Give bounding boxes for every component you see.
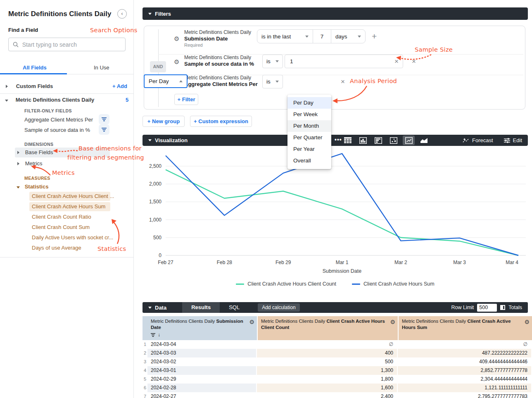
- collapse-caret-icon[interactable]: [5, 100, 8, 102]
- table-row[interactable]: 1 2024-03-04 ∅ ∅: [142, 340, 532, 349]
- column-gear-icon[interactable]: ⚙: [524, 319, 530, 325]
- remove-filter-icon[interactable]: ×: [412, 58, 416, 65]
- cell-count[interactable]: ∅: [257, 340, 398, 349]
- filter-value-input[interactable]: ×: [285, 55, 403, 68]
- dimension-group-base-fields[interactable]: Base Fields: [17, 149, 53, 155]
- cell-count[interactable]: 1,800: [257, 375, 398, 384]
- search-input[interactable]: [22, 41, 121, 48]
- clear-value-icon[interactable]: ×: [394, 58, 399, 65]
- cell-date[interactable]: 2024-03-04: [147, 340, 257, 349]
- cell-date[interactable]: 2024-02-29: [147, 375, 257, 384]
- collapse-caret-icon[interactable]: [17, 186, 20, 188]
- bar-chart-viz-icon[interactable]: [372, 136, 384, 145]
- cell-count[interactable]: 1,600: [257, 384, 398, 392]
- filter-unit-select[interactable]: days: [331, 30, 365, 43]
- cell-count[interactable]: 500: [257, 357, 398, 366]
- column-header-sum[interactable]: Metric Definitions Clients Daily Client …: [398, 316, 532, 340]
- add-calculation-button[interactable]: Add calculation: [258, 303, 299, 312]
- legend-item-client-count[interactable]: Client Crash Active Hours Client Count: [236, 281, 336, 287]
- menu-option-per-day[interactable]: Per Day: [287, 97, 331, 109]
- filter-number-input[interactable]: 7: [313, 30, 331, 43]
- custom-expression-button[interactable]: + Custom expression: [190, 116, 252, 127]
- cell-date[interactable]: 2024-03-02: [147, 357, 257, 366]
- table-row[interactable]: 6 2024-02-28 1,600 1,121.111111111111: [142, 384, 532, 392]
- cell-sum[interactable]: 487.2222222222222: [398, 349, 532, 357]
- cell-count[interactable]: 1,300: [257, 366, 398, 375]
- cell-count[interactable]: 400: [257, 349, 398, 357]
- table-row[interactable]: 2 2024-03-03 400 487.2222222222222: [142, 349, 532, 357]
- table-viz-icon[interactable]: [342, 136, 354, 145]
- cell-sum[interactable]: 1,121.111111111111: [398, 384, 532, 392]
- table-row[interactable]: 4 2024-03-01 1,300 2,852.777777777778: [142, 366, 532, 375]
- dimension-group-metrics[interactable]: Metrics: [17, 160, 43, 167]
- scatter-viz-icon[interactable]: [387, 136, 399, 145]
- menu-option-per-week[interactable]: Per Week: [287, 109, 331, 120]
- cell-sum[interactable]: ∅: [398, 340, 532, 349]
- table-row[interactable]: 3 2024-03-02 500 409.44444444444446: [142, 357, 532, 366]
- totals-checkbox[interactable]: [500, 305, 505, 310]
- menu-option-per-quarter[interactable]: Per Quarter: [287, 132, 331, 143]
- view-group-row[interactable]: Metric Definitions Clients Daily: [5, 97, 94, 103]
- cell-sum[interactable]: 2,304.444444444444: [398, 375, 532, 384]
- filter-operator-select[interactable]: is: [262, 55, 283, 68]
- collapse-sidebar-icon[interactable]: ‹: [117, 9, 127, 19]
- add-filter-value-icon[interactable]: +: [372, 31, 377, 41]
- filters-section-bar[interactable]: Filters: [142, 7, 528, 20]
- row-limit-input[interactable]: [477, 304, 497, 312]
- measure-client-crash-active-hours-sum[interactable]: Client Crash Active Hours Sum: [32, 203, 105, 210]
- menu-option-per-year[interactable]: Per Year: [287, 143, 331, 155]
- section-collapse-caret-icon[interactable]: [148, 139, 152, 141]
- section-collapse-caret-icon[interactable]: [148, 307, 152, 309]
- column-gear-icon[interactable]: ⚙: [390, 319, 395, 325]
- field-aggregate-client-metrics-per[interactable]: Aggregate Client Metrics Per: [24, 117, 93, 123]
- area-chart-viz-icon[interactable]: [418, 136, 430, 145]
- sort-indicator[interactable]: ↓: [151, 332, 247, 338]
- measure-days-of-use-average[interactable]: Days of use Average: [32, 245, 81, 251]
- line-chart-viz-icon-selected[interactable]: [403, 136, 415, 145]
- column-header-client-count[interactable]: Metric Definitions Clients Daily Client …: [257, 316, 398, 340]
- menu-option-overall[interactable]: Overall: [287, 155, 331, 167]
- add-filter-button[interactable]: + Filter: [174, 94, 198, 105]
- search-options-link[interactable]: Search Options: [90, 27, 104, 33]
- and-operator-badge[interactable]: AND: [150, 61, 166, 72]
- cell-date[interactable]: 2024-02-27: [147, 392, 257, 398]
- cell-date[interactable]: 2024-03-03: [147, 349, 257, 357]
- forecast-button[interactable]: Forecast: [463, 137, 493, 143]
- field-sample-of-source-data[interactable]: Sample of source data in %: [24, 127, 90, 133]
- cell-date[interactable]: 2024-03-01: [147, 366, 257, 375]
- cell-date[interactable]: 2024-02-28: [147, 384, 257, 392]
- more-viz-types-icon[interactable]: •••: [335, 136, 342, 143]
- expand-caret-icon[interactable]: [17, 151, 19, 154]
- filter-operator-select[interactable]: is: [262, 75, 283, 88]
- measure-client-crash-count-ratio[interactable]: Client Crash Count Ratio: [32, 214, 91, 220]
- tab-in-use[interactable]: In Use: [94, 64, 109, 71]
- visualization-section-bar[interactable]: Visualization ••• F: [142, 135, 528, 146]
- data-section-bar[interactable]: Data Results SQL Add calculation Row Lim…: [142, 302, 528, 313]
- filter-button[interactable]: [99, 124, 109, 135]
- aggregate-period-select-open[interactable]: Per Day: [144, 74, 188, 88]
- cell-count[interactable]: 2,400: [257, 392, 398, 398]
- remove-filter-icon[interactable]: ×: [341, 78, 345, 85]
- column-gear-icon[interactable]: ⚙: [249, 319, 254, 325]
- measure-group-statistics[interactable]: Statistics: [17, 184, 48, 190]
- filter-operator-select[interactable]: is in the last: [257, 30, 313, 43]
- add-custom-field-button[interactable]: + Add: [112, 83, 127, 89]
- tab-sql[interactable]: SQL: [220, 302, 249, 313]
- custom-fields-row[interactable]: Custom Fields: [6, 83, 53, 89]
- column-chart-viz-icon[interactable]: [357, 136, 369, 145]
- cell-sum[interactable]: 409.44444444444446: [398, 357, 532, 366]
- measure-daily-active-users-socket[interactable]: Daily Active Users with socket cr...: [32, 234, 113, 241]
- measure-client-crash-count-sum[interactable]: Client Crash Count Sum: [32, 224, 90, 230]
- filter-value-field[interactable]: [285, 58, 394, 64]
- section-collapse-caret-icon[interactable]: [148, 13, 152, 15]
- filter-gear-icon[interactable]: ⚙: [174, 36, 179, 42]
- table-row[interactable]: 7 2024-02-27 2,400 2,795.2777777777783: [142, 392, 532, 398]
- edit-viz-button[interactable]: Edit: [504, 137, 522, 143]
- legend-item-sum[interactable]: Client Crash Active Hours Sum: [352, 281, 435, 287]
- column-header-submission-date[interactable]: Metric Definitions Clients Daily Submiss…: [147, 316, 257, 340]
- filter-gear-icon[interactable]: ⚙: [174, 59, 179, 65]
- expand-caret-icon[interactable]: [6, 85, 8, 88]
- table-row[interactable]: 5 2024-02-29 1,800 2,304.444444444444: [142, 375, 532, 384]
- measure-client-crash-active-hours-client-count[interactable]: Client Crash Active Hours Client ...: [32, 193, 114, 199]
- tab-results[interactable]: Results: [182, 302, 220, 313]
